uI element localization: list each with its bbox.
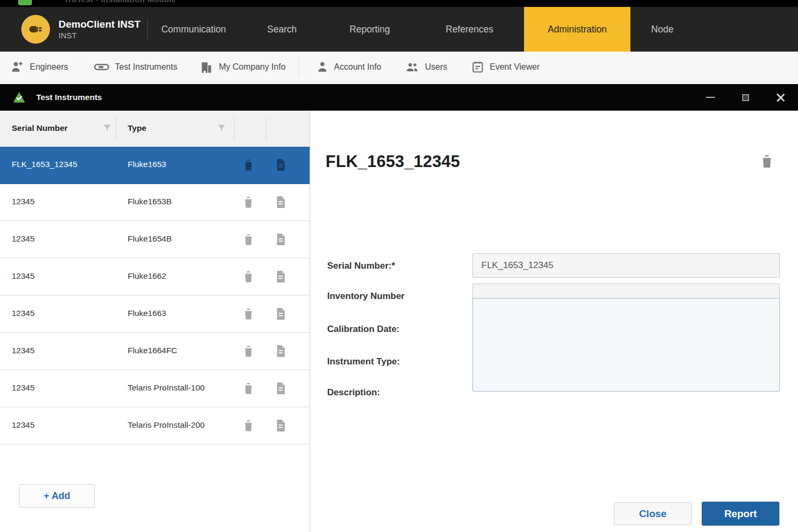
calibration-date-label: Calibration Date:	[327, 324, 400, 335]
toolbar-engineers[interactable]: Engineers	[11, 60, 68, 74]
toolbar-users[interactable]: Users	[405, 61, 447, 73]
os-title-strip: TruTest - Installation Module	[0, 0, 798, 7]
delete-row-icon[interactable]	[243, 159, 254, 174]
delete-row-icon[interactable]	[243, 345, 254, 360]
window-titlebar: Test Instruments	[0, 84, 798, 111]
detail-title: FLK_1653_12345	[326, 152, 460, 171]
row-report-icon[interactable]	[275, 307, 287, 323]
row-serial-number: FLK_1653_12345	[12, 160, 77, 169]
add-instrument-button[interactable]: + Add	[19, 484, 95, 508]
admin-toolbar: Engineers Test Instruments My Company In…	[0, 52, 798, 82]
toolbar-my-company-info[interactable]: My Company Info	[200, 60, 285, 74]
nav-communication[interactable]: Communication	[148, 7, 239, 52]
row-serial-number: 12345	[12, 346, 35, 355]
client-name: DemoClient INST	[59, 18, 140, 31]
row-report-icon[interactable]	[275, 232, 287, 248]
delete-row-icon[interactable]	[243, 307, 254, 323]
report-button[interactable]: Report	[702, 502, 779, 526]
serial-number-input[interactable]	[472, 253, 780, 278]
window-controls	[693, 84, 798, 111]
row-serial-number: 12345	[12, 309, 35, 318]
row-type: Telaris ProInstall-100	[128, 383, 205, 393]
nav-references[interactable]: References	[415, 7, 524, 52]
row-serial-number: 12345	[12, 383, 35, 393]
close-icon	[776, 93, 785, 102]
minimize-button[interactable]	[693, 84, 728, 111]
table-row[interactable]: 12345 Fluke1654B	[0, 221, 310, 259]
row-type: Fluke1653B	[128, 197, 172, 206]
instruments-list-panel: Serial Number Type FLK_1653_12345 Fluke1…	[0, 111, 310, 532]
delete-row-icon[interactable]	[243, 419, 254, 435]
row-report-icon[interactable]	[275, 195, 287, 211]
minimize-icon	[706, 97, 715, 98]
table-row[interactable]: 12345 Telaris ProInstall-100	[0, 370, 310, 408]
row-report-icon[interactable]	[275, 419, 287, 435]
table-row[interactable]: 12345 Telaris ProInstall-200	[0, 408, 310, 445]
test-instruments-window: Test Instruments Serial Number Type	[0, 84, 798, 532]
table-row[interactable]: 12345 Fluke1662	[0, 259, 310, 296]
row-report-icon[interactable]	[275, 158, 287, 174]
column-divider	[266, 117, 267, 140]
row-type: Fluke1663	[128, 309, 166, 318]
close-button[interactable]	[763, 84, 798, 111]
table-row[interactable]: 12345 Fluke1664FC	[0, 333, 310, 370]
close-detail-button[interactable]: Close	[614, 502, 692, 525]
toolbar-event-viewer[interactable]: Event Viewer	[471, 60, 540, 74]
row-type: Telaris ProInstall-200	[128, 420, 205, 430]
toolbar-event-viewer-label: Event Viewer	[490, 62, 540, 72]
row-type: Fluke1654B	[128, 234, 172, 244]
row-serial-number: 12345	[12, 271, 35, 281]
os-window-title: TruTest - Installation Module	[64, 0, 176, 4]
nav-search[interactable]: Search	[239, 7, 325, 52]
maximize-button[interactable]	[728, 84, 763, 111]
users-icon	[405, 61, 420, 73]
engineer-icon	[11, 60, 24, 74]
column-type[interactable]: Type	[128, 123, 146, 133]
delete-row-icon[interactable]	[243, 270, 254, 286]
description-textarea[interactable]	[472, 298, 780, 392]
event-viewer-icon	[471, 60, 485, 74]
nav-administration[interactable]: Administration	[524, 7, 630, 52]
window-title: Test Instruments	[36, 93, 102, 102]
row-report-icon[interactable]	[275, 270, 287, 286]
filter-icon-type[interactable]	[217, 123, 226, 135]
toolbar-account-info[interactable]: Account Info	[316, 61, 381, 73]
client-info: DemoClient INST INST	[0, 7, 147, 52]
app-root: TruTest - Installation Module DemoClient…	[0, 0, 798, 532]
plug-icon	[27, 21, 44, 38]
column-serial-number[interactable]: Serial Number	[12, 123, 68, 133]
row-type: Fluke1662	[128, 271, 166, 281]
delete-row-icon[interactable]	[243, 196, 254, 211]
table-body: FLK_1653_12345 Fluke1653 12345 Fluke1653…	[0, 147, 310, 445]
row-type: Fluke1653	[128, 160, 166, 169]
delete-row-icon[interactable]	[243, 382, 254, 397]
inventory-number-label: Inventory Number	[327, 291, 404, 302]
filter-icon-serial[interactable]	[103, 123, 112, 135]
table-row[interactable]: 12345 Fluke1663	[0, 296, 310, 333]
client-subtitle: INST	[59, 31, 140, 41]
maximize-icon	[742, 94, 749, 101]
toolbar-test-instruments-label: Test Instruments	[115, 62, 177, 72]
table-row[interactable]: FLK_1653_12345 Fluke1653	[0, 147, 310, 184]
column-divider	[116, 117, 117, 140]
toolbar-users-label: Users	[425, 62, 447, 72]
nav-reporting[interactable]: Reporting	[325, 7, 415, 52]
row-report-icon[interactable]	[275, 344, 287, 360]
table-row[interactable]: 12345 Fluke1653B	[0, 184, 310, 221]
serial-number-label: Serial Number:*	[327, 261, 395, 271]
toolbar-test-instruments[interactable]: Test Instruments	[94, 60, 177, 74]
delete-row-icon[interactable]	[243, 233, 254, 248]
description-label: Description:	[327, 387, 380, 398]
main-header: DemoClient INST INST Communication Searc…	[0, 7, 798, 52]
toolbar-my-company-info-label: My Company Info	[219, 62, 285, 72]
row-serial-number: 12345	[12, 234, 35, 244]
toolbar-engineers-label: Engineers	[30, 62, 68, 72]
instrument-type-label: Instrument Type:	[327, 356, 400, 367]
delete-instrument-icon[interactable]	[760, 154, 774, 171]
row-serial-number: 12345	[12, 420, 35, 430]
building-icon	[200, 60, 213, 74]
nav-node[interactable]: Node	[630, 7, 694, 52]
row-report-icon[interactable]	[275, 381, 287, 397]
instrument-icon	[94, 60, 110, 74]
row-serial-number: 12345	[12, 197, 35, 206]
